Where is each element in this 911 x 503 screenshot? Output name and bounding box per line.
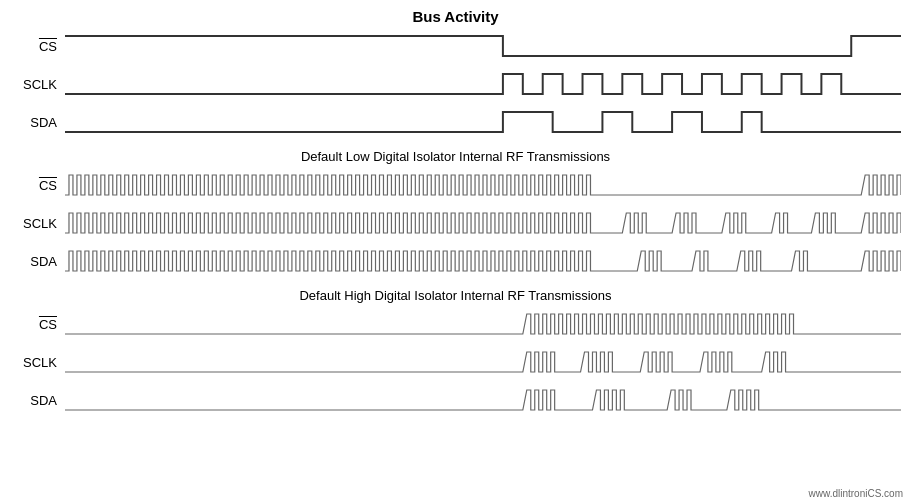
low-cs-canvas: [65, 167, 901, 203]
high-cs-row: CS: [10, 305, 901, 343]
high-sclk-label: SCLK: [10, 355, 65, 370]
low-sda-label: SDA: [10, 254, 65, 269]
high-cs-canvas: [65, 306, 901, 342]
low-sclk-label: SCLK: [10, 216, 65, 231]
section-default-low: Default Low Digital Isolator Internal RF…: [10, 149, 901, 280]
diagram-container: Bus Activity CS SCLK: [0, 0, 911, 503]
bus-activity-title: Bus Activity: [10, 8, 901, 25]
high-sda-label: SDA: [10, 393, 65, 408]
bus-cs-row: CS: [10, 27, 901, 65]
low-sda-row: SDA: [10, 242, 901, 280]
high-sda-canvas: [65, 382, 901, 418]
default-high-title: Default High Digital Isolator Internal R…: [10, 288, 901, 303]
low-sda-canvas: [65, 243, 901, 279]
bus-sda-row: SDA: [10, 103, 901, 141]
low-sclk-row: SCLK: [10, 204, 901, 242]
section-bus-activity: Bus Activity CS SCLK: [10, 8, 901, 141]
bus-sda-canvas: [65, 104, 901, 140]
high-sda-row: SDA: [10, 381, 901, 419]
bus-cs-canvas: [65, 28, 901, 64]
high-sclk-canvas: [65, 344, 901, 380]
section-default-high: Default High Digital Isolator Internal R…: [10, 288, 901, 419]
low-cs-label: CS: [10, 178, 65, 193]
high-sclk-row: SCLK: [10, 343, 901, 381]
high-cs-label: CS: [10, 317, 65, 332]
bus-sclk-label: SCLK: [10, 77, 65, 92]
low-cs-row: CS: [10, 166, 901, 204]
bus-cs-label: CS: [10, 39, 65, 54]
bus-sclk-row: SCLK: [10, 65, 901, 103]
bus-sclk-canvas: [65, 66, 901, 102]
low-sclk-canvas: [65, 205, 901, 241]
bus-sda-label: SDA: [10, 115, 65, 130]
watermark: www.dlintroniCS.com: [809, 488, 903, 499]
default-low-title: Default Low Digital Isolator Internal RF…: [10, 149, 901, 164]
